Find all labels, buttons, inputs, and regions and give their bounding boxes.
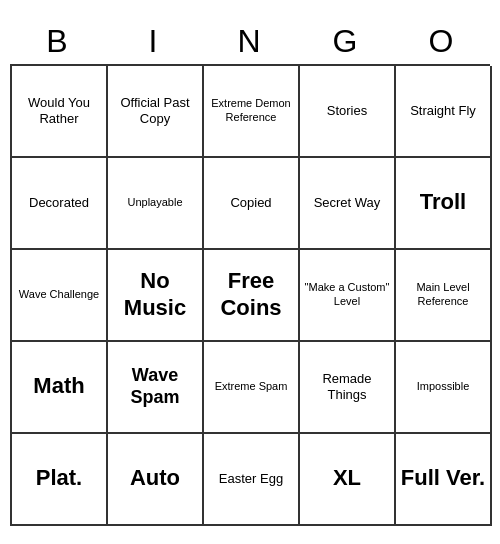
bingo-header: BINGO	[10, 19, 490, 64]
bingo-cell: XL	[300, 434, 396, 526]
bingo-cell: Would You Rather	[12, 66, 108, 158]
bingo-cell: Secret Way	[300, 158, 396, 250]
bingo-cell: Wave Challenge	[12, 250, 108, 342]
bingo-cell: Free Coins	[204, 250, 300, 342]
bingo-cell: Stories	[300, 66, 396, 158]
bingo-cell: Impossible	[396, 342, 492, 434]
bingo-cell: Plat.	[12, 434, 108, 526]
bingo-cell: No Music	[108, 250, 204, 342]
bingo-card: BINGO Would You RatherOfficial Past Copy…	[10, 19, 490, 526]
header-letter: O	[396, 23, 488, 60]
header-letter: N	[204, 23, 296, 60]
header-letter: B	[12, 23, 104, 60]
bingo-cell: Main Level Reference	[396, 250, 492, 342]
bingo-grid: Would You RatherOfficial Past CopyExtrem…	[10, 64, 490, 526]
bingo-cell: Straight Fly	[396, 66, 492, 158]
bingo-cell: "Make a Custom" Level	[300, 250, 396, 342]
bingo-cell: Decorated	[12, 158, 108, 250]
header-letter: I	[108, 23, 200, 60]
bingo-cell: Troll	[396, 158, 492, 250]
header-letter: G	[300, 23, 392, 60]
bingo-cell: Remade Things	[300, 342, 396, 434]
bingo-cell: Auto	[108, 434, 204, 526]
bingo-cell: Full Ver.	[396, 434, 492, 526]
bingo-cell: Extreme Spam	[204, 342, 300, 434]
bingo-cell: Math	[12, 342, 108, 434]
bingo-cell: Unplayable	[108, 158, 204, 250]
bingo-cell: Extreme Demon Reference	[204, 66, 300, 158]
bingo-cell: Copied	[204, 158, 300, 250]
bingo-cell: Easter Egg	[204, 434, 300, 526]
bingo-cell: Official Past Copy	[108, 66, 204, 158]
bingo-cell: Wave Spam	[108, 342, 204, 434]
